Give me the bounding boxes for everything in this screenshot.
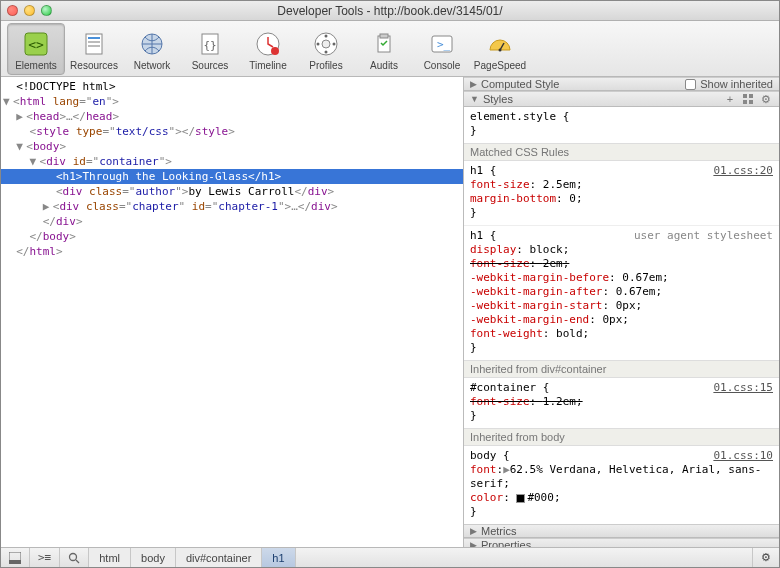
dom-node[interactable]: ▼<html lang="en">: [1, 94, 463, 109]
tab-label: Sources: [192, 60, 229, 71]
main-toolbar: <> Elements Resources Network {} Sources…: [1, 21, 779, 77]
svg-rect-25: [749, 100, 753, 104]
tab-network[interactable]: Network: [123, 23, 181, 75]
tab-label: Profiles: [309, 60, 342, 71]
svg-text:>_: >_: [437, 38, 451, 51]
pagespeed-icon: [485, 29, 515, 59]
tab-label: Console: [424, 60, 461, 71]
show-inherited-checkbox[interactable]: [685, 79, 696, 90]
breadcrumb-item[interactable]: h1: [262, 548, 295, 567]
tab-audits[interactable]: Audits: [355, 23, 413, 75]
gear-icon[interactable]: ⚙: [759, 92, 773, 106]
gear-icon[interactable]: ⚙: [752, 548, 779, 567]
tab-label: Network: [134, 60, 171, 71]
chevron-right-icon: ▶: [470, 526, 477, 536]
dom-node-selected[interactable]: <h1>Through the Looking-Glass</h1>: [1, 169, 463, 184]
network-icon: [137, 29, 167, 59]
css-rule[interactable]: h1 {01.css:20 font-size: 2.5em; margin-b…: [464, 161, 779, 225]
window-titlebar: Developer Tools - http://book.dev/3145/0…: [1, 1, 779, 21]
window-title: Developer Tools - http://book.dev/3145/0…: [1, 4, 779, 18]
section-styles[interactable]: ▼ Styles + ⚙: [464, 91, 779, 107]
tab-label: Audits: [370, 60, 398, 71]
dom-node[interactable]: ▶<div class="chapter" id="chapter-1">…</…: [1, 199, 463, 214]
tab-console[interactable]: >_ Console: [413, 23, 471, 75]
minimize-icon[interactable]: [24, 5, 35, 16]
add-rule-icon[interactable]: +: [723, 92, 737, 106]
css-rule[interactable]: body {01.css:10 font:▶62.5% Verdana, Hel…: [464, 446, 779, 524]
toggle-state-icon[interactable]: [741, 92, 755, 106]
dom-tree-panel[interactable]: <!DOCTYPE html> ▼<html lang="en"> ▶<head…: [1, 77, 463, 547]
close-icon[interactable]: [7, 5, 18, 16]
breadcrumb-item[interactable]: body: [131, 548, 176, 567]
breadcrumb-item[interactable]: html: [89, 548, 131, 567]
source-link[interactable]: 01.css:10: [713, 449, 773, 463]
svg-rect-3: [88, 37, 100, 39]
dom-node[interactable]: <div class="author">by Lewis Carroll</di…: [1, 184, 463, 199]
dom-node[interactable]: </div>: [1, 214, 463, 229]
zoom-icon[interactable]: [41, 5, 52, 16]
tab-resources[interactable]: Resources: [65, 23, 123, 75]
svg-point-10: [271, 47, 279, 55]
tab-label: Resources: [70, 60, 118, 71]
section-title: Properties: [481, 539, 531, 547]
window-controls: [7, 5, 52, 16]
svg-point-12: [322, 40, 330, 48]
tab-profiles[interactable]: Profiles: [297, 23, 355, 75]
tab-label: PageSpeed: [474, 60, 526, 71]
dom-node[interactable]: <!DOCTYPE html>: [1, 79, 463, 94]
dom-node[interactable]: ▶<head>…</head>: [1, 109, 463, 124]
dom-node[interactable]: ▼<body>: [1, 139, 463, 154]
console-icon: >_: [427, 29, 457, 59]
section-title: Styles: [483, 93, 513, 105]
section-title: Metrics: [481, 525, 516, 537]
svg-rect-22: [743, 94, 747, 98]
breadcrumb-item[interactable]: div#container: [176, 548, 262, 567]
css-rule[interactable]: #container {01.css:15 font-size: 1.2em; …: [464, 378, 779, 428]
color-swatch[interactable]: [516, 494, 525, 503]
svg-point-21: [499, 48, 502, 51]
svg-rect-4: [88, 41, 100, 43]
svg-rect-27: [9, 560, 21, 564]
tab-label: Elements: [15, 60, 57, 71]
inherited-header: Inherited from div#container: [464, 360, 779, 378]
svg-rect-5: [88, 45, 100, 47]
dom-node[interactable]: <style type="text/css"></style>: [1, 124, 463, 139]
inherited-header: Inherited from body: [464, 428, 779, 446]
chevron-right-icon: ▶: [470, 540, 477, 547]
show-console-icon[interactable]: >≡: [30, 548, 60, 567]
search-icon[interactable]: [60, 548, 89, 567]
svg-line-29: [76, 560, 79, 563]
svg-rect-24: [743, 100, 747, 104]
svg-point-14: [333, 42, 336, 45]
chevron-down-icon: ▼: [470, 94, 479, 104]
section-metrics[interactable]: ▶ Metrics: [464, 524, 779, 538]
source-link[interactable]: 01.css:20: [713, 164, 773, 178]
profiles-icon: [311, 29, 341, 59]
dom-node[interactable]: </html>: [1, 244, 463, 259]
matched-rules-header: Matched CSS Rules: [464, 143, 779, 161]
elements-icon: <>: [21, 29, 51, 59]
styles-sidebar: ▶ Computed Style Show inherited ▼ Styles…: [463, 77, 779, 547]
section-computed-style[interactable]: ▶ Computed Style Show inherited: [464, 77, 779, 91]
sources-icon: {}: [195, 29, 225, 59]
dom-node[interactable]: </body>: [1, 229, 463, 244]
svg-point-16: [317, 42, 320, 45]
tab-elements[interactable]: <> Elements: [7, 23, 65, 75]
tab-timeline[interactable]: Timeline: [239, 23, 297, 75]
source-link[interactable]: 01.css:15: [713, 381, 773, 395]
section-title: Computed Style: [481, 78, 559, 90]
svg-point-28: [70, 553, 77, 560]
section-properties[interactable]: ▶ Properties: [464, 538, 779, 547]
dom-node[interactable]: ▼<div id="container">: [1, 154, 463, 169]
svg-text:{}: {}: [203, 39, 216, 52]
svg-point-15: [325, 50, 328, 53]
svg-rect-18: [380, 34, 388, 38]
chevron-right-icon: ▶: [470, 79, 477, 89]
dock-icon[interactable]: [1, 548, 30, 567]
tab-pagespeed[interactable]: PageSpeed: [471, 23, 529, 75]
timeline-icon: [253, 29, 283, 59]
svg-point-13: [325, 34, 328, 37]
tab-sources[interactable]: {} Sources: [181, 23, 239, 75]
rule-element-style[interactable]: element.style { }: [464, 107, 779, 143]
css-rule[interactable]: h1 {user agent stylesheet display: block…: [464, 225, 779, 360]
